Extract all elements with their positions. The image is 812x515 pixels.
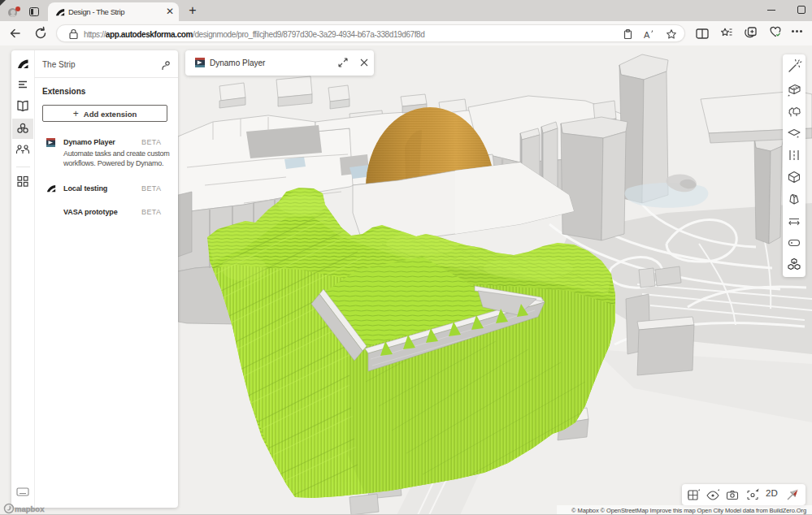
svg-text:A: A — [644, 30, 650, 40]
svg-text:mapbox: mapbox — [15, 504, 45, 513]
